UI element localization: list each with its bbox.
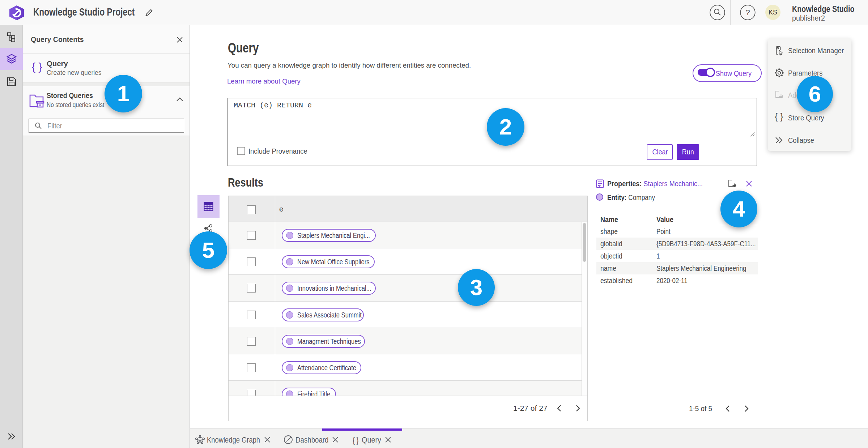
- svg-text:?: ?: [745, 8, 750, 17]
